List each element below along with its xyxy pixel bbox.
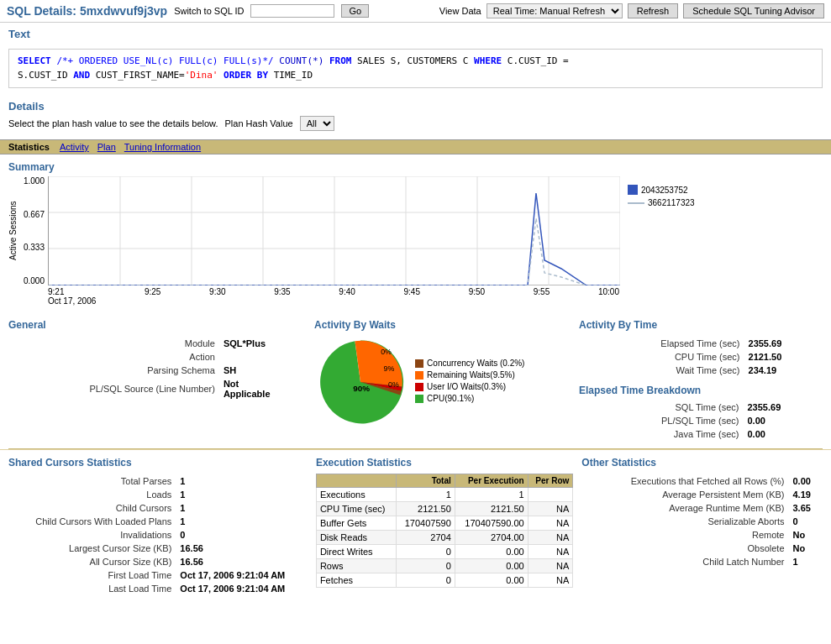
refresh-button[interactable]: Refresh	[628, 3, 679, 18]
exec-row-buffer: Buffer Gets 170407590 170407590.00 NA	[316, 516, 572, 531]
pie-legend: Concurrency Waits (0.2%) Remaining Waits…	[415, 359, 524, 406]
exec-row-fetches: Fetches 0 0.00 NA	[316, 573, 572, 588]
x-label-6: 9:45	[404, 287, 420, 306]
exec-perrow-executions	[528, 488, 573, 502]
os-row-obsolete: Obsolete No	[583, 542, 821, 554]
pie-label-userio: User I/O Waits(0.3%)	[427, 382, 506, 391]
sc-value-loaded: 1	[176, 516, 306, 527]
sc-label-child: Child Cursors	[10, 502, 175, 514]
abt-label-elapsed: Elapsed Time (sec)	[581, 338, 744, 349]
sql-text-box: SELECT /*+ ORDERED USE_NL(c) FULL(c) FUL…	[8, 49, 823, 88]
shared-cursors-table: Total Parses 1 Loads 1 Child Cursors 1 C…	[8, 474, 308, 596]
tab-activity[interactable]: Activity	[60, 142, 89, 152]
sc-row-invalid: Invalidations 0	[10, 529, 306, 541]
etb-value-java: 0.00	[744, 428, 822, 440]
etb-title: Elapsed Time Breakdown	[579, 385, 823, 396]
exec-col-name	[316, 474, 396, 488]
etb-value-sql: 2355.69	[744, 401, 822, 413]
x-label-5: 9:40	[339, 287, 355, 306]
general-label-module: Module	[10, 338, 218, 349]
tab-tuning[interactable]: Tuning Information	[124, 142, 201, 152]
header-left: SQL Details: 5mxdwvuf9j3vp Switch to SQL…	[7, 4, 369, 18]
sql-line1: SELECT /*+ ORDERED USE_NL(c) FULL(c) FUL…	[18, 55, 569, 66]
exec-perexec-rows: 0.00	[455, 559, 528, 573]
exec-total-rows: 0	[396, 559, 455, 573]
legend-label-2: 3662117323	[648, 198, 695, 207]
svg-text:90%: 90%	[353, 384, 370, 393]
view-data-label: View Data	[439, 6, 481, 16]
sql-id-input[interactable]	[250, 4, 334, 18]
text-section-title: Text	[8, 28, 823, 40]
os-row-persistent: Average Persistent Mem (KB) 4.19	[583, 489, 821, 500]
right-column: Activity By Time Elapsed Time (sec) 2355…	[579, 319, 823, 442]
exec-perrow-buffer: NA	[528, 516, 573, 531]
general-title: General	[8, 319, 306, 331]
sc-value-first: Oct 17, 2006 9:21:04 AM	[176, 569, 306, 581]
three-columns: General Module SQL*Plus Action Parsing S…	[0, 312, 831, 448]
exec-perexec-cpu: 2121.50	[455, 502, 528, 516]
os-value-serializable: 0	[790, 516, 822, 527]
go-button[interactable]: Go	[341, 4, 369, 18]
sc-label-all: All Cursor Size (KB)	[10, 556, 175, 568]
sc-row-loads: Loads 1	[10, 489, 306, 500]
os-label-runtime: Average Runtime Mem (KB)	[583, 502, 787, 514]
plan-hash-select[interactable]: All	[300, 116, 334, 131]
sc-row-child: Child Cursors 1	[10, 502, 306, 514]
chart-svg	[49, 176, 620, 285]
sc-label-invalid: Invalidations	[10, 529, 175, 541]
execution-statistics-title: Execution Statistics	[316, 457, 573, 469]
bottom-three-columns: Shared Cursors Statistics Total Parses 1…	[0, 449, 831, 603]
os-value-latch: 1	[790, 556, 822, 568]
etb-row-java: Java Time (sec) 0.00	[581, 428, 821, 440]
view-data-select[interactable]: Real Time: Manual Refresh Historical	[487, 3, 623, 18]
active-tab-label: Statistics	[8, 142, 50, 152]
y-label-3: 0.667	[18, 210, 45, 219]
pie-legend-cpu: CPU(90.1%)	[415, 394, 524, 403]
os-label-remote: Remote	[583, 529, 787, 541]
abt-row-wait: Wait Time (sec) 234.19	[581, 364, 821, 376]
general-value-plsql: NotApplicable	[220, 378, 304, 400]
etb-row-sql: SQL Time (sec) 2355.69	[581, 401, 821, 413]
sc-label-last: Last Load Time	[10, 583, 175, 594]
x-label-4: 9:35	[274, 287, 290, 306]
legend-color-1	[628, 185, 638, 195]
os-value-remote: No	[790, 529, 822, 541]
y-axis-title: Active Sessions	[8, 176, 18, 285]
exec-total-cpu: 2121.50	[396, 502, 455, 516]
abt-label-wait: Wait Time (sec)	[581, 364, 744, 376]
x-label-1: 9:21Oct 17, 2006	[48, 287, 96, 306]
x-label-3: 9:30	[209, 287, 225, 306]
sc-value-child: 1	[176, 502, 306, 514]
sc-label-largest: Largest Cursor Size (KB)	[10, 542, 175, 554]
svg-text:9%: 9%	[384, 364, 395, 373]
schedule-button[interactable]: Schedule SQL Tuning Advisor	[683, 3, 824, 18]
x-label-8: 9:55	[534, 287, 550, 306]
legend-item-1[interactable]: 2043253752	[628, 185, 695, 195]
tabs-bar: Statistics Activity Plan Tuning Informat…	[0, 139, 831, 154]
sc-row-loaded: Child Cursors With Loaded Plans 1	[10, 516, 306, 527]
activity-waits-title: Activity By Waits	[314, 319, 571, 331]
sc-label-loaded: Child Cursors With Loaded Plans	[10, 516, 175, 527]
tab-plan[interactable]: Plan	[97, 142, 116, 152]
other-statistics-table: Executions that Fetched all Rows (%) 0.0…	[581, 474, 823, 569]
etb-table: SQL Time (sec) 2355.69 PL/SQL Time (sec)…	[579, 400, 823, 442]
y-axis-labels: 1.000 0.667 0.333 0.000	[18, 176, 48, 285]
exec-header-row: Total Per Execution Per Row	[316, 474, 572, 488]
exec-perrow-cpu: NA	[528, 502, 573, 516]
plan-hash-label: Plan Hash Value	[225, 118, 293, 128]
plan-hash-row: Select the plan hash value to see the de…	[8, 116, 823, 131]
os-value-runtime: 3.65	[790, 502, 822, 514]
pie-color-remaining	[415, 371, 423, 380]
execution-statistics-table: Total Per Execution Per Row Executions 1…	[316, 474, 573, 588]
exec-total-disk: 2704	[396, 531, 455, 545]
exec-name-direct: Direct Writes	[316, 545, 396, 559]
execution-statistics-column: Execution Statistics Total Per Execution…	[316, 457, 573, 596]
chart-legend: 2043253752 3662117323	[628, 185, 695, 207]
y-label-1: 0.000	[18, 276, 45, 285]
legend-item-2[interactable]: 3662117323	[628, 198, 695, 207]
pie-legend-userio: User I/O Waits(0.3%)	[415, 382, 524, 391]
exec-col-total: Total	[396, 474, 455, 488]
etb-label-sql: SQL Time (sec)	[581, 401, 743, 413]
abt-value-wait: 234.19	[745, 364, 821, 376]
exec-total-buffer: 170407590	[396, 516, 455, 531]
